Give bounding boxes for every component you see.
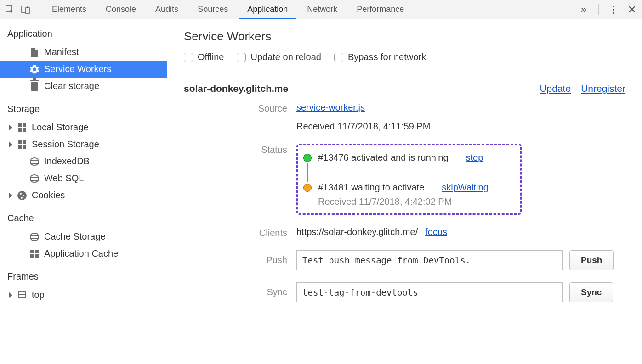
sidebar-item-local-storage[interactable]: Local Storage [0,119,167,136]
origin-title: solar-donkey.glitch.me [184,83,288,94]
sidebar-item-web-sql[interactable]: Web SQL [0,170,167,187]
tab-console[interactable]: Console [97,0,144,19]
sidebar-item-label: Local Storage [32,122,88,133]
sidebar-item-label: Application Cache [44,248,118,259]
source-label: Source [184,102,287,114]
stop-link[interactable]: stop [466,152,483,163]
checkbox-label: Offline [198,52,224,62]
status-waiting-row: #13481 waiting to activate skipWaiting [303,182,511,193]
devtools-tab-bar: Elements Console Audits Sources Applicat… [0,0,642,19]
sidebar-section-cache: Cache [0,204,167,228]
sync-button[interactable]: Sync [569,282,613,302]
inspect-icon[interactable] [4,3,17,16]
sidebar-item-label: Cache Storage [44,231,105,242]
skipwaiting-link[interactable]: skipWaiting [442,182,489,193]
sync-input[interactable] [296,282,563,302]
database-icon [29,157,40,167]
status-label: Status [184,144,287,155]
divider [598,4,599,15]
svg-rect-2 [26,8,29,13]
source-received: Received 11/7/2018, 4:11:59 PM [296,121,625,132]
database-icon [29,232,40,242]
database-icon [29,174,40,184]
sidebar-item-cookies[interactable]: Cookies [0,187,167,204]
status-waiting-received: Received 11/7/2018, 4:42:02 PM [318,196,511,207]
device-toolbar-icon[interactable] [19,3,32,16]
checkbox-offline[interactable]: Offline [184,52,224,62]
status-waiting-text: waiting to activate [351,182,424,192]
frame-icon [17,290,27,300]
sidebar-item-indexeddb[interactable]: IndexedDB [0,153,167,170]
sidebar-item-label: Cookies [32,190,65,201]
status-dot-green-icon [303,154,312,162]
tab-elements[interactable]: Elements [44,0,95,19]
kebab-menu-icon[interactable]: ⋮ [607,3,620,16]
push-label: Push [184,250,287,265]
sync-label: Sync [184,282,287,297]
sidebar-item-manifest[interactable]: Manifest [0,44,167,61]
tab-network[interactable]: Network [299,0,346,19]
sidebar-item-top-frame[interactable]: top [0,286,167,303]
sidebar-section-storage: Storage [0,95,167,119]
sidebar-item-label: Session Storage [32,139,99,150]
grid-icon [29,249,40,259]
sidebar-item-label: IndexedDB [44,156,90,167]
checkbox-icon [184,53,193,62]
unregister-link[interactable]: Unregister [581,83,625,94]
clients-label: Clients [184,227,287,238]
divider [38,4,38,15]
status-dot-orange-icon [303,184,312,192]
chevron-right-icon[interactable] [9,292,12,298]
chevron-right-icon[interactable] [9,142,12,147]
focus-link[interactable]: focus [425,227,447,237]
status-active-id: #13476 [318,152,349,162]
client-url: https://solar-donkey.glitch.me/ [296,227,418,237]
page-title: Service Workers [184,29,625,44]
cookie-icon [17,190,27,201]
sidebar-item-label: Clear storage [44,81,99,91]
checkbox-row: Offline Update on reload Bypass for netw… [184,52,625,71]
grid-icon [17,140,27,150]
more-tabs-icon[interactable]: » [577,3,590,16]
checkbox-bypass-network[interactable]: Bypass for network [334,52,426,62]
tab-performance[interactable]: Performance [348,0,412,19]
source-file-link[interactable]: service-worker.js [296,102,365,112]
sidebar-item-label: top [32,290,45,300]
sidebar-section-frames: Frames [0,262,167,286]
tab-audits[interactable]: Audits [147,0,187,19]
sidebar-item-clear-storage[interactable]: Clear storage [0,78,167,95]
sidebar-item-label: Manifest [44,47,79,57]
push-button[interactable]: Push [569,250,614,270]
sidebar-item-service-workers[interactable]: Service Workers [0,61,167,78]
status-highlight-box: #13476 activated and is running stop [296,144,522,215]
push-input[interactable] [296,250,563,270]
update-link[interactable]: Update [540,83,571,94]
sidebar-item-session-storage[interactable]: Session Storage [0,136,167,153]
chevron-right-icon[interactable] [9,193,12,198]
checkbox-label: Update on reload [250,52,321,62]
grid-icon [17,123,27,133]
sidebar-item-label: Web SQL [44,173,84,184]
tab-application[interactable]: Application [239,0,296,19]
checkbox-label: Bypass for network [348,52,426,62]
sidebar-item-application-cache[interactable]: Application Cache [0,245,167,262]
application-sidebar: Application Manifest Service Workers Cle… [0,19,167,364]
status-active-text: activated and is running [351,152,448,162]
close-icon[interactable]: ✕ [625,3,638,16]
gear-icon [29,64,40,74]
sidebar-item-label: Service Workers [44,64,111,74]
checkbox-icon [334,53,343,62]
main-panel: Service Workers Offline Update on reload… [167,19,642,364]
checkbox-update-on-reload[interactable]: Update on reload [237,52,321,62]
tab-sources[interactable]: Sources [189,0,236,19]
status-waiting-id: #13481 [318,182,349,192]
document-icon [29,47,40,57]
trash-icon [29,81,40,91]
status-connector-line [307,163,308,182]
checkbox-icon [237,53,246,62]
status-active-row: #13476 activated and is running stop [303,152,511,163]
chevron-right-icon[interactable] [9,125,12,130]
sidebar-section-application: Application [0,19,167,44]
sidebar-item-cache-storage[interactable]: Cache Storage [0,228,167,245]
